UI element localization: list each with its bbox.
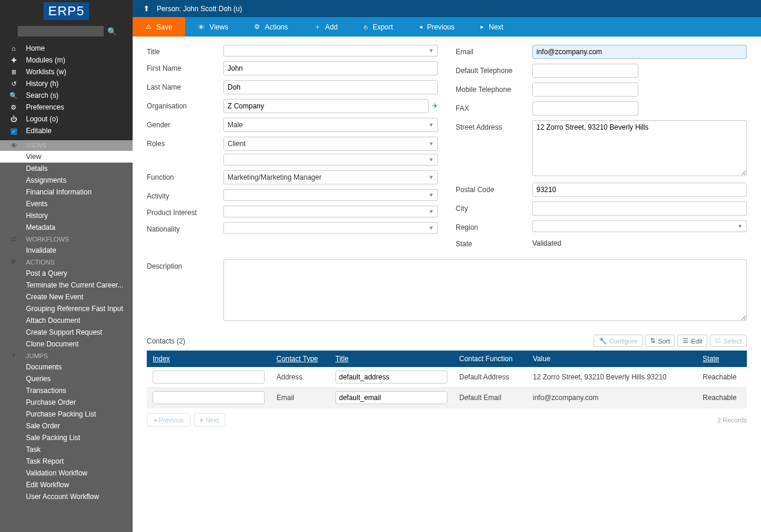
label-region: Region (456, 220, 532, 232)
label-title: Title (147, 45, 223, 56)
eye-icon: 👁 (198, 24, 205, 31)
sidebar-item[interactable]: Sale Order (0, 420, 133, 432)
email-input[interactable] (532, 45, 747, 59)
table-header[interactable]: State (697, 351, 747, 367)
sidebar: ERP5 🔍 ⌂Home✚Modules (m)≣Worklists (w)↺H… (0, 0, 133, 532)
label-street-address: Street Address (456, 120, 532, 131)
nav-icon: ≣ (8, 68, 19, 76)
sidebar-item[interactable]: Terminate the Current Career... (0, 279, 133, 291)
first-name-input[interactable] (223, 61, 438, 75)
table-header[interactable]: Value (527, 351, 697, 367)
index-input[interactable] (153, 371, 265, 384)
up-icon[interactable]: ⬆ (143, 4, 150, 13)
sidebar-item[interactable]: Events (0, 198, 133, 210)
sidebar-item[interactable]: Edit Workflow (0, 479, 133, 491)
sidebar-item[interactable]: Purchase Packing List (0, 408, 133, 420)
sidebar-item[interactable]: View (0, 151, 133, 163)
city-input[interactable] (532, 201, 747, 216)
table-header[interactable]: Index (147, 351, 271, 367)
sidebar-item[interactable]: Transactions (0, 385, 133, 396)
sidebar-item[interactable]: Validation Workflow (0, 467, 133, 479)
roles-select[interactable]: Client▼ (223, 137, 438, 151)
function-select[interactable]: Marketing/Marketing Manager▼ (223, 170, 438, 184)
table-row[interactable]: EmailDefault Emailinfo@zcompany.comReach… (147, 388, 747, 408)
nav-item-editable[interactable]: ✓Editable (0, 125, 133, 137)
nav-item-home[interactable]: ⌂Home (0, 42, 133, 54)
plus-icon: ＋ (314, 22, 321, 31)
fax-input[interactable] (532, 101, 638, 115)
roles-select-2[interactable]: ▼ (223, 154, 438, 166)
sidebar-item[interactable]: Metadata (0, 222, 133, 233)
actions-button[interactable]: ⚙Actions (241, 17, 301, 37)
section-icon: 👁 (8, 142, 19, 149)
sidebar-item[interactable]: Details (0, 163, 133, 174)
sidebar-item[interactable]: Invalidate (0, 244, 133, 256)
plane-icon[interactable]: ✈ (432, 102, 438, 110)
description-input[interactable] (223, 259, 747, 321)
next-page-button[interactable]: ▸Next (194, 413, 226, 427)
nav-item-logout[interactable]: ⏻Logout (o) (0, 113, 133, 125)
cell-value: 12 Zorro Street, 93210 Beverly Hills 932… (527, 367, 697, 388)
sidebar-item[interactable]: History (0, 210, 133, 222)
organisation-input[interactable] (223, 99, 429, 113)
prev-page-button[interactable]: ◂Previous (147, 413, 190, 427)
street-address-input[interactable] (532, 120, 747, 176)
sidebar-item[interactable]: Queries (0, 373, 133, 385)
activity-select[interactable]: ▼ (223, 189, 438, 201)
check-icon: ✓ (11, 128, 17, 135)
table-header[interactable]: Contact Type (271, 351, 330, 367)
index-input[interactable] (153, 391, 265, 404)
wrench-icon: 🔧 (599, 337, 607, 345)
table-row[interactable]: AddressDefault Address12 Zorro Street, 9… (147, 367, 747, 388)
logo-area: ERP5 (0, 0, 133, 24)
postal-code-input[interactable] (532, 183, 747, 197)
sidebar-item[interactable]: Task Report (0, 455, 133, 467)
title-input[interactable] (335, 371, 447, 384)
sidebar-item[interactable]: Task (0, 444, 133, 455)
table-header[interactable]: Title (330, 351, 453, 367)
sort-button[interactable]: ⇅Sort (645, 335, 675, 347)
nav-item-history[interactable]: ↺History (h) (0, 78, 133, 90)
next-button[interactable]: ▸Next (467, 17, 516, 37)
label-last-name: Last Name (147, 80, 223, 91)
check-icon: ☑ (715, 337, 721, 345)
label-organisation: Organisation (147, 99, 223, 110)
sidebar-item[interactable]: Documents (0, 361, 133, 373)
configure-button[interactable]: 🔧Configure (594, 335, 643, 347)
previous-button[interactable]: ◂Previous (406, 17, 468, 37)
sidebar-item[interactable]: Create New Event (0, 291, 133, 303)
nav-item-worklists[interactable]: ≣Worklists (w) (0, 66, 133, 78)
last-name-input[interactable] (223, 80, 438, 94)
title-input[interactable] (335, 391, 447, 404)
nav-item-search[interactable]: 🔍Search (s) (0, 90, 133, 101)
search-icon[interactable]: 🔍 (107, 27, 117, 36)
select-button[interactable]: ☑Select (710, 335, 747, 347)
save-button[interactable]: ⚠Save (133, 17, 185, 37)
nav-item-modules[interactable]: ✚Modules (m) (0, 54, 133, 66)
region-select[interactable]: ▼ (532, 220, 747, 232)
sidebar-item[interactable]: Assignments (0, 174, 133, 186)
views-button[interactable]: 👁Views (185, 17, 241, 37)
sidebar-item[interactable]: Post a Query (0, 267, 133, 279)
export-button[interactable]: ⎋Export (351, 17, 406, 37)
sidebar-item[interactable]: Clone Document (0, 338, 133, 350)
title-select[interactable]: ▼ (223, 45, 438, 57)
add-button[interactable]: ＋Add (301, 17, 351, 37)
sidebar-item[interactable]: User Account Workflow (0, 491, 133, 503)
sidebar-item[interactable]: Grouping Reference Fast Input (0, 303, 133, 315)
default-telephone-input[interactable] (532, 64, 638, 78)
gender-select[interactable]: Male▼ (223, 118, 438, 132)
sidebar-item[interactable]: Purchase Order (0, 396, 133, 408)
mobile-telephone-input[interactable] (532, 82, 638, 97)
sidebar-item[interactable]: Create Support Request (0, 326, 133, 338)
edit-button[interactable]: ☰Edit (677, 335, 707, 347)
search-input[interactable] (18, 26, 104, 37)
sidebar-item[interactable]: Sale Packing List (0, 432, 133, 444)
nationality-select[interactable]: ▼ (223, 222, 438, 234)
sort-icon: ⇅ (650, 337, 655, 345)
nav-item-preferences[interactable]: ⚙Preferences (0, 101, 133, 113)
table-header[interactable]: Contact Function (453, 351, 527, 367)
sidebar-item[interactable]: Financial Information (0, 186, 133, 198)
product-interest-select[interactable]: ▼ (223, 206, 438, 217)
sidebar-item[interactable]: Attach Document (0, 315, 133, 326)
